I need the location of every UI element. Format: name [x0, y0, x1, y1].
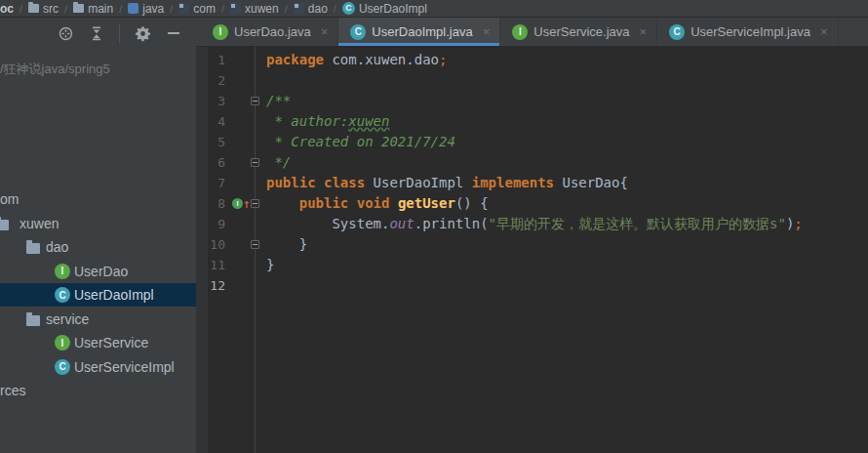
tab-label: UserService.java [533, 24, 629, 39]
code-line-6[interactable]: 6 */ [196, 152, 868, 173]
tree-item-label: rces [0, 383, 25, 398]
tree-item-userdaoimpl[interactable]: CUserDaoImpl [0, 283, 196, 307]
breadcrumb-separator: / [20, 3, 22, 15]
code-text: package com.xuwen.dao; [266, 50, 447, 70]
folder-icon [0, 220, 9, 230]
line-number: 12 [208, 275, 225, 296]
line-number: 5 [208, 132, 225, 152]
breadcrumb-separator: / [285, 3, 288, 15]
fold-marker[interactable] [251, 97, 259, 105]
locate-icon[interactable] [57, 24, 74, 42]
breadcrumb-separator: / [334, 3, 336, 15]
breadcrumb-item-dao[interactable]: dao [294, 2, 328, 16]
breadcrumb-label: xuwen [245, 2, 279, 16]
tree-item-label: xuwen [20, 216, 59, 231]
project-sidebar: /狂神说java/spring5 omxuwendaoIUserDaoCUser… [0, 18, 196, 453]
fold-marker[interactable] [251, 158, 259, 167]
code-line-4[interactable]: 4 * author:xuwen [196, 111, 868, 132]
breadcrumb-item-main[interactable]: main [73, 2, 113, 16]
tree-item-xuwen[interactable]: xuwen [0, 212, 196, 235]
breadcrumb-label: com [193, 2, 216, 16]
line-number: 4 [208, 111, 225, 132]
code-line-5[interactable]: 5 * Created on 2021/7/24 [196, 132, 868, 152]
settings-icon[interactable] [134, 24, 151, 42]
breadcrumb-separator: / [64, 3, 67, 15]
interface-icon: I [55, 264, 70, 279]
project-path-label: /狂神说java/spring5 [0, 61, 110, 78]
class-icon: C [342, 2, 355, 15]
interface-implement-icon: I [232, 198, 243, 209]
collapse-all-icon[interactable] [88, 24, 105, 42]
fold-marker[interactable] [251, 199, 259, 208]
interface-icon: I [512, 24, 528, 40]
breadcrumb-label: main [88, 2, 113, 16]
code-text: * Created on 2021/7/24 [266, 132, 455, 152]
line-number: 6 [208, 152, 225, 173]
source-folder-icon [128, 3, 138, 14]
breadcrumb-item-java[interactable]: java [128, 2, 164, 16]
folder-icon [73, 4, 84, 13]
tab-userdaoimpl-java[interactable]: CUserDaoImpl.java× [338, 18, 500, 46]
breadcrumb-separator: / [170, 3, 173, 15]
code-line-11[interactable]: 11} [196, 255, 868, 275]
tree-item-service[interactable]: service [0, 308, 196, 331]
code-line-10[interactable]: 10 } [196, 234, 868, 255]
code-text: */ [266, 152, 291, 173]
code-line-9[interactable]: 9 System.out.println("早期的开发，就是这样。默认获取用户的… [196, 214, 868, 234]
code-text: public class UserDaoImpl implements User… [266, 173, 628, 193]
fold-marker[interactable] [251, 240, 259, 249]
breadcrumb-item-xuwen[interactable]: xuwen [230, 2, 279, 16]
tab-userserviceimpl-java[interactable]: CUserServiceImpl.java× [657, 18, 838, 46]
tree-item-rces[interactable]: rces [0, 379, 196, 402]
breadcrumb-item-src[interactable]: src [28, 2, 59, 16]
breadcrumb-label: java [142, 2, 164, 16]
tree-item-userservice[interactable]: IUserService [0, 331, 196, 354]
breadcrumb-label: dao [308, 2, 328, 16]
code-line-2[interactable]: 2 [196, 70, 868, 91]
hide-icon[interactable] [165, 24, 182, 42]
up-arrow-icon: ↑ [243, 198, 251, 209]
tree-item-userserviceimpl[interactable]: CUserServiceImpl [0, 355, 196, 379]
class-icon: C [55, 359, 70, 375]
tab-close-icon[interactable]: × [640, 24, 648, 39]
tree-item-label: UserDao [74, 264, 128, 279]
code-line-12[interactable]: 12 [196, 275, 868, 296]
package-icon [178, 3, 189, 14]
tab-userservice-java[interactable]: IUserService.java× [500, 18, 657, 46]
code-line-1[interactable]: 1package com.xuwen.dao; [196, 50, 868, 70]
class-icon: C [669, 24, 685, 40]
tree-item-label: UserService [74, 335, 148, 350]
tree-item-userdao[interactable]: IUserDao [0, 260, 196, 283]
tab-close-icon[interactable]: × [820, 24, 828, 39]
tab-label: UserDaoImpl.java [372, 24, 472, 39]
toolbar-separator [119, 23, 120, 43]
interface-icon: I [55, 335, 70, 350]
breadcrumb-item-com[interactable]: com [178, 2, 216, 16]
line-number: 1 [208, 50, 225, 70]
breadcrumb-label: oc [0, 2, 14, 16]
code-editor[interactable]: 1package com.xuwen.dao;23/**4 * author:x… [196, 47, 868, 453]
code-text: /** [266, 91, 291, 111]
line-number: 9 [208, 214, 225, 234]
tab-label: UserDao.java [234, 24, 311, 39]
line-number: 7 [208, 173, 225, 193]
code-text: } [266, 255, 274, 275]
tree-item-om[interactable]: om [0, 187, 196, 211]
line-number: 3 [208, 91, 225, 111]
class-icon: C [350, 24, 366, 40]
code-line-8[interactable]: 8I↑ public void getUser() { [196, 193, 868, 214]
breadcrumb-item-oc[interactable]: oc [0, 2, 14, 16]
code-line-7[interactable]: 7public class UserDaoImpl implements Use… [196, 173, 868, 193]
breadcrumb: oc/src/main/java/com/xuwen/dao/CUserDaoI… [0, 0, 868, 18]
tab-close-icon[interactable]: × [483, 24, 491, 39]
folder-icon [26, 243, 40, 254]
breadcrumb-item-userdaoimpl[interactable]: CUserDaoImpl [342, 2, 427, 16]
tab-close-icon[interactable]: × [321, 24, 329, 39]
folder-icon [28, 4, 39, 13]
tree-item-dao[interactable]: dao [0, 235, 196, 259]
tab-userdao-java[interactable]: IUserDao.java× [201, 18, 338, 46]
code-line-3[interactable]: 3/** [196, 91, 868, 111]
implements-method-gutter-icon[interactable]: I↑ [232, 198, 251, 209]
line-number: 2 [208, 70, 225, 91]
code-text: public void getUser() { [266, 193, 489, 214]
